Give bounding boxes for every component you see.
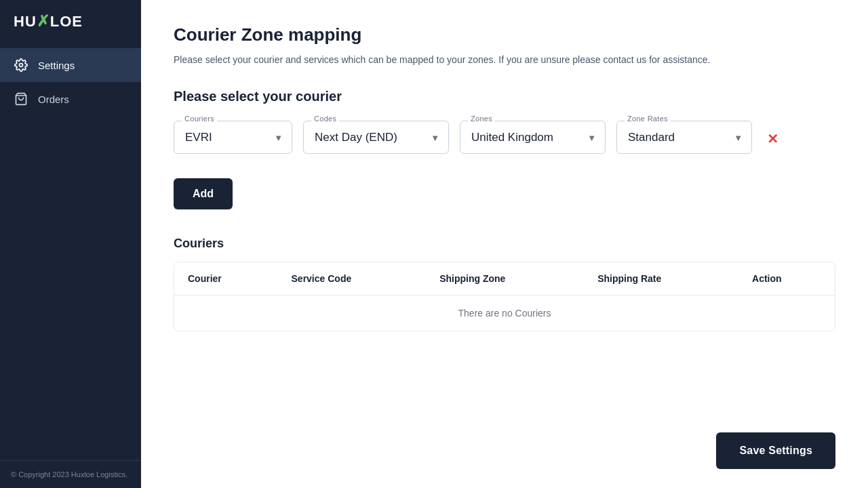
logo-loe: LOE xyxy=(50,13,83,30)
sidebar: HU✗LOE Settings Orders © Cop xyxy=(0,0,141,488)
courier-selection-row: Couriers EVRI DPD Hermes Royal Mail ▼ Co… xyxy=(174,121,835,154)
codes-label: Codes xyxy=(311,115,339,123)
main-content: Courier Zone mapping Please select your … xyxy=(141,0,868,488)
save-settings-button[interactable]: Save Settings xyxy=(716,432,835,469)
couriers-wrapper: Couriers EVRI DPD Hermes Royal Mail ▼ xyxy=(174,121,292,154)
zones-label: Zones xyxy=(468,115,495,123)
table-header-row: Courier Service Code Shipping Zone Shipp… xyxy=(174,262,835,296)
col-service-code: Service Code xyxy=(278,262,427,296)
table-body: There are no Couriers xyxy=(174,296,835,331)
remove-button[interactable]: ✕ xyxy=(763,129,783,148)
rates-wrapper: Zone Rates Standard Premium Economy ▼ xyxy=(616,121,752,154)
empty-row: There are no Couriers xyxy=(174,296,835,331)
sidebar-nav: Settings Orders xyxy=(0,43,141,460)
col-courier: Courier xyxy=(174,262,278,296)
sidebar-item-orders[interactable]: Orders xyxy=(0,82,141,116)
zones-select[interactable]: United Kingdom Europe Worldwide xyxy=(460,121,606,154)
couriers-table-wrapper: Courier Service Code Shipping Zone Shipp… xyxy=(174,262,835,331)
couriers-table: Courier Service Code Shipping Zone Shipp… xyxy=(174,262,835,331)
couriers-section-title: Couriers xyxy=(174,237,835,251)
codes-wrapper: Codes Next Day (END) Standard (STD) Expr… xyxy=(303,121,449,154)
table-header: Courier Service Code Shipping Zone Shipp… xyxy=(174,262,835,296)
sidebar-item-orders-label: Orders xyxy=(38,94,69,105)
sidebar-item-settings[interactable]: Settings xyxy=(0,48,141,82)
svg-point-0 xyxy=(20,64,23,67)
empty-message: There are no Couriers xyxy=(174,296,835,331)
page-title: Courier Zone mapping xyxy=(174,24,835,45)
zones-wrapper: Zones United Kingdom Europe Worldwide ▼ xyxy=(460,121,606,154)
select-courier-heading: Please select your courier xyxy=(174,89,835,104)
bag-icon xyxy=(14,92,28,106)
sidebar-item-settings-label: Settings xyxy=(38,60,75,71)
col-action: Action xyxy=(738,262,835,296)
couriers-select[interactable]: EVRI DPD Hermes Royal Mail xyxy=(174,121,292,154)
logo-text: HU✗LOE xyxy=(14,12,83,30)
gear-icon xyxy=(14,58,28,73)
codes-select[interactable]: Next Day (END) Standard (STD) Express (E… xyxy=(303,121,449,154)
add-button[interactable]: Add xyxy=(174,178,233,209)
sidebar-footer: © Copyright 2023 Huxloe Logistics. xyxy=(0,460,141,488)
logo-x-icon: ✗ xyxy=(37,12,50,30)
col-shipping-rate: Shipping Rate xyxy=(584,262,738,296)
rates-select[interactable]: Standard Premium Economy xyxy=(616,121,752,154)
logo-hu: HU xyxy=(14,13,37,30)
save-button-wrapper: Save Settings xyxy=(716,432,835,469)
rates-label: Zone Rates xyxy=(625,115,671,123)
logo: HU✗LOE xyxy=(0,0,141,43)
col-shipping-zone: Shipping Zone xyxy=(426,262,584,296)
couriers-label: Couriers xyxy=(182,115,217,123)
page-description: Please select your courier and services … xyxy=(174,52,743,67)
